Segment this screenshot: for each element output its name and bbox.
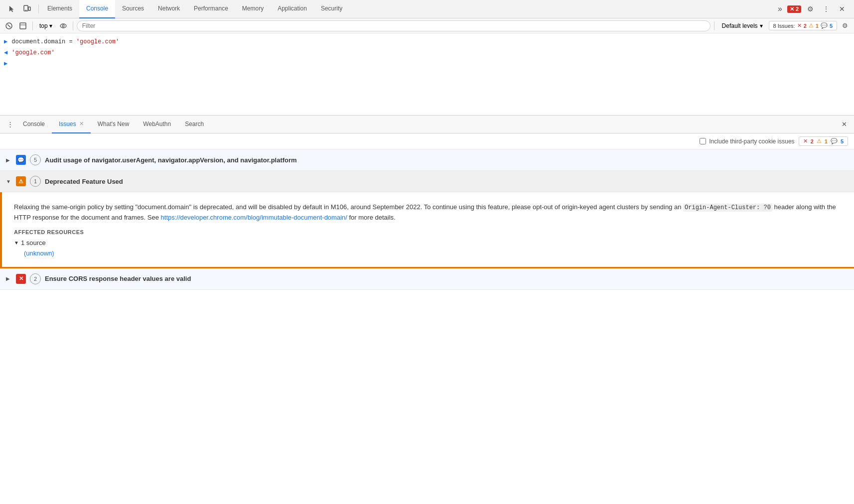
svg-rect-5 — [20, 23, 26, 29]
bottom-tab-what's-new[interactable]: What's New — [91, 116, 137, 133]
issue-1-icon: 💬 — [16, 155, 26, 165]
close-tab-issues[interactable]: ✕ — [79, 121, 84, 127]
issue-detail-link[interactable]: https://developer.chrome.com/blog/immuta… — [161, 214, 347, 221]
top-tab-bar: ElementsConsoleSourcesNetworkPerformance… — [0, 0, 854, 18]
console-expand-arrow-3[interactable]: ▶ — [4, 59, 7, 68]
bottom-tab-console[interactable]: Console — [16, 116, 52, 133]
devtools-left-icons — [2, 2, 37, 16]
eye-icon[interactable] — [57, 20, 69, 32]
issues-badge-top[interactable]: ✕ 2 — [787, 5, 801, 13]
bottom-tabs: ConsoleIssues✕What's NewWebAuthnSearch — [16, 116, 211, 133]
toolbar-divider-3 — [714, 21, 714, 30]
device-toggle-icon[interactable] — [20, 2, 34, 16]
issue-3-icon: ✕ — [16, 274, 26, 284]
issue-1-count: 5 — [30, 154, 41, 165]
bottom-tab-right-actions: ✕ — [838, 119, 850, 130]
issue-2-icon: ⚠ — [16, 176, 26, 186]
issue-2-count: 1 — [30, 176, 41, 187]
top-context-dropdown[interactable]: top ▾ — [36, 21, 55, 30]
issue-3-title: Ensure CORS response header values are v… — [45, 275, 191, 282]
source-expand-arrow: ▼ — [14, 240, 19, 246]
issue-3-count: 2 — [30, 273, 41, 284]
issue-2-detail: Relaxing the same-origin policy by setti… — [0, 192, 854, 268]
levels-dropdown[interactable]: Default levels ▾ — [718, 21, 767, 30]
tab-performance[interactable]: Performance — [187, 0, 235, 18]
source-expand[interactable]: ▼ 1 source — [14, 239, 842, 247]
more-panel-options-icon[interactable]: ⋮ — [4, 119, 16, 130]
filter-input[interactable] — [77, 20, 711, 31]
issue-2-expand-arrow[interactable]: ▼ — [6, 179, 12, 184]
cookie-issues-checkbox[interactable] — [700, 138, 706, 144]
tab-bar-divider — [38, 4, 39, 13]
console-line-2: ◀ 'google.com' — [0, 47, 854, 58]
console-expand-arrow-1[interactable]: ▶ — [4, 37, 7, 46]
bottom-tab-search[interactable]: Search — [178, 116, 211, 133]
issue-row-1[interactable]: ▶ 💬 5 Audit usage of navigator.userAgent… — [0, 149, 854, 171]
expand-console-icon[interactable] — [17, 20, 29, 32]
top-tabs: ElementsConsoleSourcesNetworkPerformance… — [40, 0, 349, 18]
bottom-panel: ⋮ ConsoleIssues✕What's NewWebAuthnSearch… — [0, 116, 854, 290]
more-tabs-icon[interactable]: » — [775, 2, 785, 15]
tab-application[interactable]: Application — [271, 0, 314, 18]
more-options-icon[interactable]: ⋮ — [819, 2, 833, 16]
code-snippet-1: Origin-Agent-Cluster: ?0 — [683, 204, 772, 212]
toolbar-divider-1 — [32, 21, 33, 30]
tab-elements[interactable]: Elements — [40, 0, 79, 18]
tab-memory[interactable]: Memory — [235, 0, 271, 18]
affected-resources-label: AFFECTED RESOURCES — [14, 229, 842, 235]
console-result-arrow-2: ◀ — [4, 48, 7, 57]
bottom-tab-issues[interactable]: Issues✕ — [52, 116, 91, 133]
console-toolbar: top ▾ Default levels ▾ 8 Issues: ✕ 2 ⚠ 1… — [0, 18, 854, 33]
issues-counts-badge: ✕ 2 ⚠ 1 💬 5 — [799, 136, 848, 146]
clear-console-icon[interactable] — [3, 20, 15, 32]
close-bottom-panel-button[interactable]: ✕ — [838, 119, 850, 130]
console-line-3: ▶ — [0, 58, 854, 69]
issue-3-expand-arrow[interactable]: ▶ — [6, 276, 12, 281]
svg-line-4 — [7, 24, 10, 27]
console-settings-icon[interactable]: ⚙ — [839, 20, 851, 32]
console-line-1: ▶ document.domain = 'google.com' — [0, 36, 854, 47]
console-content: ▶ document.domain = 'google.com' ◀ 'goog… — [0, 33, 854, 116]
tab-network[interactable]: Network — [151, 0, 187, 18]
svg-point-8 — [62, 25, 64, 27]
svg-rect-1 — [28, 7, 30, 10]
cursor-icon[interactable] — [5, 2, 19, 16]
tabs-right: » ✕ 2 ⚙ ⋮ ✕ — [775, 2, 852, 16]
close-devtools-button[interactable]: ✕ — [835, 2, 849, 16]
tab-sources[interactable]: Sources — [115, 0, 151, 18]
toolbar-divider-2 — [73, 21, 73, 30]
issue-row-3[interactable]: ▶ ✕ 2 Ensure CORS response header values… — [0, 268, 854, 290]
bottom-tab-bar: ⋮ ConsoleIssues✕What's NewWebAuthnSearch… — [0, 116, 854, 133]
svg-point-7 — [60, 24, 66, 28]
issue-row-2[interactable]: ▼ ⚠ 1 Deprecated Feature Used — [0, 171, 854, 192]
issues-toolbar: Include third-party cookie issues ✕ 2 ⚠ … — [0, 133, 854, 149]
settings-icon-top[interactable]: ⚙ — [803, 2, 817, 16]
bottom-tab-webauthn[interactable]: WebAuthn — [136, 116, 178, 133]
issue-2-container: ▼ ⚠ 1 Deprecated Feature Used Relaxing t… — [0, 171, 854, 268]
cookie-issues-checkbox-label[interactable]: Include third-party cookie issues — [700, 138, 794, 145]
issue-2-description: Relaxing the same-origin policy by setti… — [14, 202, 842, 223]
issue-1-title: Audit usage of navigator.userAgent, navi… — [45, 156, 297, 164]
source-item[interactable]: (unknown) — [24, 250, 842, 257]
issue-2-title: Deprecated Feature Used — [45, 178, 123, 185]
issue-2-detail-inner: Relaxing the same-origin policy by setti… — [0, 192, 854, 267]
issue-1-expand-arrow[interactable]: ▶ — [6, 157, 12, 163]
tab-security[interactable]: Security — [314, 0, 349, 18]
tab-console[interactable]: Console — [79, 0, 115, 18]
issues-count-badge[interactable]: 8 Issues: ✕ 2 ⚠ 1 💬 5 — [769, 21, 837, 30]
